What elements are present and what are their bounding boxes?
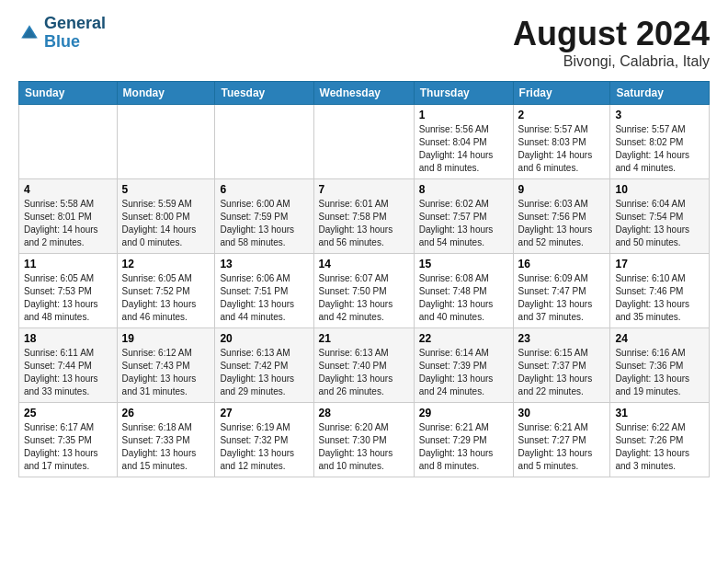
day-number: 1 — [419, 109, 508, 121]
day-number: 15 — [419, 258, 508, 270]
day-info: Sunrise: 6:12 AM Sunset: 7:43 PM Dayligh… — [122, 347, 210, 398]
day-number: 4 — [24, 183, 112, 196]
day-number: 17 — [615, 258, 704, 270]
logo-icon — [18, 22, 40, 44]
day-info: Sunrise: 6:22 AM Sunset: 7:26 PM Dayligh… — [615, 421, 704, 473]
calendar-cell: 13Sunrise: 6:06 AM Sunset: 7:51 PM Dayli… — [215, 254, 313, 328]
day-number: 23 — [518, 332, 606, 345]
day-info: Sunrise: 6:17 AM Sunset: 7:35 PM Dayligh… — [24, 421, 112, 473]
day-number: 9 — [518, 183, 606, 196]
calendar-cell: 20Sunrise: 6:13 AM Sunset: 7:42 PM Dayli… — [215, 328, 313, 403]
day-info: Sunrise: 6:06 AM Sunset: 7:51 PM Dayligh… — [220, 272, 308, 324]
logo-line1: General — [44, 15, 106, 33]
day-info: Sunrise: 5:58 AM Sunset: 8:01 PM Dayligh… — [24, 198, 112, 249]
day-number: 19 — [122, 332, 210, 345]
calendar-cell: 26Sunrise: 6:18 AM Sunset: 7:33 PM Dayli… — [117, 403, 215, 477]
day-info: Sunrise: 6:15 AM Sunset: 7:37 PM Dayligh… — [518, 347, 606, 398]
day-info: Sunrise: 5:57 AM Sunset: 8:02 PM Dayligh… — [615, 123, 704, 175]
day-info: Sunrise: 6:03 AM Sunset: 7:56 PM Dayligh… — [518, 198, 606, 249]
weekday-header-thursday: Thursday — [414, 82, 513, 105]
day-info: Sunrise: 6:00 AM Sunset: 7:59 PM Dayligh… — [220, 198, 308, 249]
day-number: 25 — [24, 407, 112, 419]
calendar-cell: 7Sunrise: 6:01 AM Sunset: 7:58 PM Daylig… — [313, 179, 414, 254]
day-number: 30 — [518, 407, 606, 419]
day-number: 12 — [122, 258, 210, 270]
calendar-cell: 18Sunrise: 6:11 AM Sunset: 7:44 PM Dayli… — [19, 328, 118, 403]
calendar-cell: 14Sunrise: 6:07 AM Sunset: 7:50 PM Dayli… — [313, 254, 414, 328]
day-info: Sunrise: 5:56 AM Sunset: 8:04 PM Dayligh… — [419, 123, 508, 175]
calendar-cell — [313, 105, 414, 179]
day-info: Sunrise: 6:07 AM Sunset: 7:50 PM Dayligh… — [319, 272, 409, 324]
day-info: Sunrise: 6:20 AM Sunset: 7:30 PM Dayligh… — [319, 421, 409, 473]
calendar-cell: 23Sunrise: 6:15 AM Sunset: 7:37 PM Dayli… — [513, 328, 610, 403]
calendar-week-5: 25Sunrise: 6:17 AM Sunset: 7:35 PM Dayli… — [19, 403, 710, 477]
calendar-cell: 10Sunrise: 6:04 AM Sunset: 7:54 PM Dayli… — [610, 179, 710, 254]
calendar-week-1: 1Sunrise: 5:56 AM Sunset: 8:04 PM Daylig… — [19, 105, 710, 179]
day-number: 5 — [122, 183, 210, 196]
weekday-header-saturday: Saturday — [610, 82, 710, 105]
day-info: Sunrise: 6:18 AM Sunset: 7:33 PM Dayligh… — [122, 421, 210, 473]
calendar-week-2: 4Sunrise: 5:58 AM Sunset: 8:01 PM Daylig… — [19, 179, 710, 254]
weekday-header-wednesday: Wednesday — [313, 82, 414, 105]
day-info: Sunrise: 5:57 AM Sunset: 8:03 PM Dayligh… — [518, 123, 606, 175]
calendar-cell: 8Sunrise: 6:02 AM Sunset: 7:57 PM Daylig… — [414, 179, 513, 254]
calendar-cell: 5Sunrise: 5:59 AM Sunset: 8:00 PM Daylig… — [117, 179, 215, 254]
calendar-cell: 19Sunrise: 6:12 AM Sunset: 7:43 PM Dayli… — [117, 328, 215, 403]
day-info: Sunrise: 6:13 AM Sunset: 7:40 PM Dayligh… — [319, 347, 409, 398]
day-number: 7 — [319, 183, 409, 196]
day-number: 26 — [122, 407, 210, 419]
day-number: 16 — [518, 258, 606, 270]
calendar-cell: 17Sunrise: 6:10 AM Sunset: 7:46 PM Dayli… — [610, 254, 710, 328]
day-info: Sunrise: 6:21 AM Sunset: 7:29 PM Dayligh… — [419, 421, 508, 473]
weekday-header-monday: Monday — [117, 82, 215, 105]
day-number: 27 — [220, 407, 308, 419]
day-info: Sunrise: 6:04 AM Sunset: 7:54 PM Dayligh… — [615, 198, 704, 249]
day-info: Sunrise: 6:02 AM Sunset: 7:57 PM Dayligh… — [419, 198, 508, 249]
calendar-cell: 9Sunrise: 6:03 AM Sunset: 7:56 PM Daylig… — [513, 179, 610, 254]
calendar-cell — [117, 105, 215, 179]
day-number: 11 — [24, 258, 112, 270]
page: General Blue August 2024 Bivongi, Calabr… — [0, 0, 728, 492]
calendar-cell: 22Sunrise: 6:14 AM Sunset: 7:39 PM Dayli… — [414, 328, 513, 403]
main-title: August 2024 — [513, 15, 710, 53]
day-number: 13 — [220, 258, 308, 270]
calendar-header-row: SundayMondayTuesdayWednesdayThursdayFrid… — [19, 82, 710, 105]
day-info: Sunrise: 6:09 AM Sunset: 7:47 PM Dayligh… — [518, 272, 606, 324]
day-number: 29 — [419, 407, 508, 419]
day-number: 20 — [220, 332, 308, 345]
calendar-week-4: 18Sunrise: 6:11 AM Sunset: 7:44 PM Dayli… — [19, 328, 710, 403]
calendar-cell: 16Sunrise: 6:09 AM Sunset: 7:47 PM Dayli… — [513, 254, 610, 328]
calendar-cell: 12Sunrise: 6:05 AM Sunset: 7:52 PM Dayli… — [117, 254, 215, 328]
day-info: Sunrise: 6:01 AM Sunset: 7:58 PM Dayligh… — [319, 198, 409, 249]
calendar-cell — [215, 105, 313, 179]
calendar-cell: 2Sunrise: 5:57 AM Sunset: 8:03 PM Daylig… — [513, 105, 610, 179]
weekday-header-sunday: Sunday — [19, 82, 118, 105]
day-info: Sunrise: 6:11 AM Sunset: 7:44 PM Dayligh… — [24, 347, 112, 398]
day-number: 24 — [615, 332, 704, 345]
subtitle: Bivongi, Calabria, Italy — [513, 53, 710, 70]
day-info: Sunrise: 6:19 AM Sunset: 7:32 PM Dayligh… — [220, 421, 308, 473]
calendar-cell: 27Sunrise: 6:19 AM Sunset: 7:32 PM Dayli… — [215, 403, 313, 477]
logo-line2: Blue — [44, 32, 80, 51]
calendar-cell — [19, 105, 118, 179]
calendar-cell: 28Sunrise: 6:20 AM Sunset: 7:30 PM Dayli… — [313, 403, 414, 477]
calendar-cell: 3Sunrise: 5:57 AM Sunset: 8:02 PM Daylig… — [610, 105, 710, 179]
calendar-cell: 11Sunrise: 6:05 AM Sunset: 7:53 PM Dayli… — [19, 254, 118, 328]
day-number: 8 — [419, 183, 508, 196]
calendar-week-3: 11Sunrise: 6:05 AM Sunset: 7:53 PM Dayli… — [19, 254, 710, 328]
day-info: Sunrise: 6:10 AM Sunset: 7:46 PM Dayligh… — [615, 272, 704, 324]
weekday-header-tuesday: Tuesday — [215, 82, 313, 105]
day-number: 28 — [319, 407, 409, 419]
calendar-cell: 15Sunrise: 6:08 AM Sunset: 7:48 PM Dayli… — [414, 254, 513, 328]
calendar-cell: 30Sunrise: 6:21 AM Sunset: 7:27 PM Dayli… — [513, 403, 610, 477]
day-number: 6 — [220, 183, 308, 196]
calendar-cell: 29Sunrise: 6:21 AM Sunset: 7:29 PM Dayli… — [414, 403, 513, 477]
day-number: 3 — [615, 109, 704, 121]
day-number: 21 — [319, 332, 409, 345]
title-block: August 2024 Bivongi, Calabria, Italy — [513, 15, 710, 70]
calendar-cell: 24Sunrise: 6:16 AM Sunset: 7:36 PM Dayli… — [610, 328, 710, 403]
day-number: 22 — [419, 332, 508, 345]
day-number: 2 — [518, 109, 606, 121]
calendar-cell: 31Sunrise: 6:22 AM Sunset: 7:26 PM Dayli… — [610, 403, 710, 477]
weekday-header-friday: Friday — [513, 82, 610, 105]
